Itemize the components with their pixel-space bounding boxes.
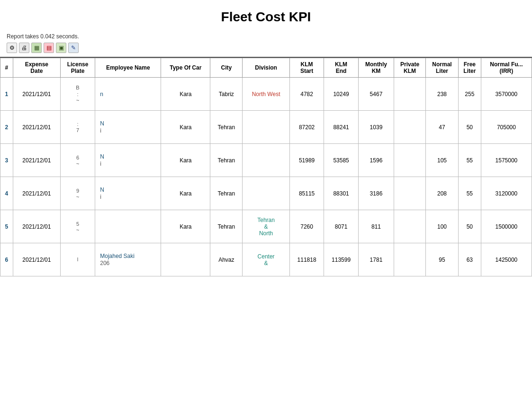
cell-klm-end: 88241 bbox=[324, 111, 359, 144]
col-klm-end: KLMEnd bbox=[324, 58, 359, 78]
cell-city: Tehran bbox=[210, 144, 243, 177]
col-klm-start: KLMStart bbox=[289, 58, 324, 78]
cell-license-plate: 5~ bbox=[60, 210, 95, 243]
cell-klm-end: 53585 bbox=[324, 144, 359, 177]
cell-klm-start: 87202 bbox=[289, 111, 324, 144]
cell-klm-end: 10249 bbox=[324, 78, 359, 111]
col-normal-liter: NormalLiter bbox=[426, 58, 459, 78]
cell-normal-liter: 238 bbox=[426, 78, 459, 111]
settings-button[interactable]: ⚙ bbox=[7, 43, 17, 53]
cell-expense-date: 2021/12/01 bbox=[13, 78, 60, 111]
col-employee-name: Employee Name bbox=[95, 58, 161, 78]
cell-expense-date: 2021/12/01 bbox=[13, 177, 60, 210]
cell-division: Tehran&North bbox=[243, 210, 290, 243]
table-wrapper: # ExpenseDate LicensePlate Employee Name… bbox=[0, 57, 532, 276]
cell-private-klm bbox=[394, 243, 426, 276]
cell-monthly-km: 811 bbox=[358, 210, 394, 243]
cell-type-of-car: Kara bbox=[161, 210, 210, 243]
col-free-liter: FreeLiter bbox=[458, 58, 481, 78]
cell-monthly-km: 1596 bbox=[358, 144, 394, 177]
cell-city: Ahvaz bbox=[210, 243, 243, 276]
col-normal-fuel-irr: Normal Fu...(IRR) bbox=[481, 58, 532, 78]
cell-type-of-car bbox=[161, 243, 210, 276]
cell-division: Center& bbox=[243, 243, 290, 276]
cell-normal-liter: 208 bbox=[426, 177, 459, 210]
cell-expense-date: 2021/12/01 bbox=[13, 243, 60, 276]
table-row: 32021/12/016~NiKaraTehran519895358515961… bbox=[0, 144, 532, 177]
cell-division bbox=[243, 111, 290, 144]
cell-division bbox=[243, 144, 290, 177]
cell-num: 4 bbox=[0, 177, 13, 210]
cell-private-klm bbox=[394, 111, 426, 144]
cell-division: North West bbox=[243, 78, 290, 111]
cell-license-plate: :7 bbox=[60, 111, 95, 144]
cell-type-of-car: Kara bbox=[161, 177, 210, 210]
print-button[interactable]: 🖨 bbox=[19, 43, 29, 53]
cell-license-plate: B:~ bbox=[60, 78, 95, 111]
cell-normal-fuel-irr: 1425000 bbox=[481, 243, 532, 276]
cell-employee-name: Ni bbox=[95, 177, 161, 210]
col-num: # bbox=[0, 58, 13, 78]
cell-employee-name: Ni bbox=[95, 144, 161, 177]
cell-employee-name: Ni bbox=[95, 111, 161, 144]
cell-free-liter: 50 bbox=[458, 111, 481, 144]
cell-city: Tabriz bbox=[210, 78, 243, 111]
cell-private-klm bbox=[394, 177, 426, 210]
cell-license-plate: 9~ bbox=[60, 177, 95, 210]
cell-city: Tehran bbox=[210, 177, 243, 210]
excel-button[interactable]: ▦ bbox=[31, 43, 42, 53]
cell-type-of-car: Kara bbox=[161, 111, 210, 144]
edit-button[interactable]: ✎ bbox=[68, 43, 79, 53]
cell-free-liter: 55 bbox=[458, 144, 481, 177]
cell-type-of-car: Kara bbox=[161, 144, 210, 177]
cell-monthly-km: 5467 bbox=[358, 78, 394, 111]
cell-klm-start: 111818 bbox=[289, 243, 324, 276]
cell-division bbox=[243, 177, 290, 210]
table-row: 42021/12/019~NiKaraTehran851158830131862… bbox=[0, 177, 532, 210]
cell-city: Tehran bbox=[210, 111, 243, 144]
cell-num: 6 bbox=[0, 243, 13, 276]
cell-city: Tehran bbox=[210, 210, 243, 243]
cell-free-liter: 63 bbox=[458, 243, 481, 276]
cell-employee-name: Mojahed Saki206 bbox=[95, 243, 161, 276]
cell-klm-end: 8071 bbox=[324, 210, 359, 243]
col-expense-date: ExpenseDate bbox=[13, 58, 60, 78]
cell-monthly-km: 1039 bbox=[358, 111, 394, 144]
report-info: Report takes 0.042 seconds. bbox=[0, 29, 532, 41]
cell-monthly-km: 1781 bbox=[358, 243, 394, 276]
cell-free-liter: 55 bbox=[458, 177, 481, 210]
col-license-plate: LicensePlate bbox=[60, 58, 95, 78]
cell-klm-end: 113599 bbox=[324, 243, 359, 276]
cell-klm-start: 4782 bbox=[289, 78, 324, 111]
cell-normal-liter: 95 bbox=[426, 243, 459, 276]
cell-private-klm bbox=[394, 210, 426, 243]
cell-normal-fuel-irr: 705000 bbox=[481, 111, 532, 144]
col-city: City bbox=[210, 58, 243, 78]
cell-klm-start: 85115 bbox=[289, 177, 324, 210]
image-button[interactable]: ▣ bbox=[56, 43, 66, 53]
cell-private-klm bbox=[394, 78, 426, 111]
cell-monthly-km: 3186 bbox=[358, 177, 394, 210]
cell-normal-fuel-irr: 1575000 bbox=[481, 144, 532, 177]
cell-normal-fuel-irr: 3570000 bbox=[481, 78, 532, 111]
pdf-button[interactable]: ▤ bbox=[44, 43, 54, 53]
cell-normal-fuel-irr: 3120000 bbox=[481, 177, 532, 210]
col-private-klm: PrivateKLM bbox=[394, 58, 426, 78]
cell-normal-fuel-irr: 1500000 bbox=[481, 210, 532, 243]
table-row: 62021/12/01lMojahed Saki206AhvazCenter&1… bbox=[0, 243, 532, 276]
cell-num: 5 bbox=[0, 210, 13, 243]
cell-klm-end: 88301 bbox=[324, 177, 359, 210]
table-row: 52021/12/015~KaraTehranTehran&North72608… bbox=[0, 210, 532, 243]
cell-type-of-car: Kara bbox=[161, 78, 210, 111]
cell-expense-date: 2021/12/01 bbox=[13, 111, 60, 144]
cell-license-plate: l bbox=[60, 243, 95, 276]
toolbar: ⚙ 🖨 ▦ ▤ ▣ ✎ bbox=[0, 41, 532, 57]
cell-num: 1 bbox=[0, 78, 13, 111]
table-row: 12021/12/01B:~nKaraTabrizNorth West47821… bbox=[0, 78, 532, 111]
cell-private-klm bbox=[394, 144, 426, 177]
fleet-cost-table: # ExpenseDate LicensePlate Employee Name… bbox=[0, 58, 532, 276]
cell-num: 2 bbox=[0, 111, 13, 144]
cell-free-liter: 50 bbox=[458, 210, 481, 243]
cell-employee-name bbox=[95, 210, 161, 243]
col-monthly-km: MonthlyKM bbox=[358, 58, 394, 78]
